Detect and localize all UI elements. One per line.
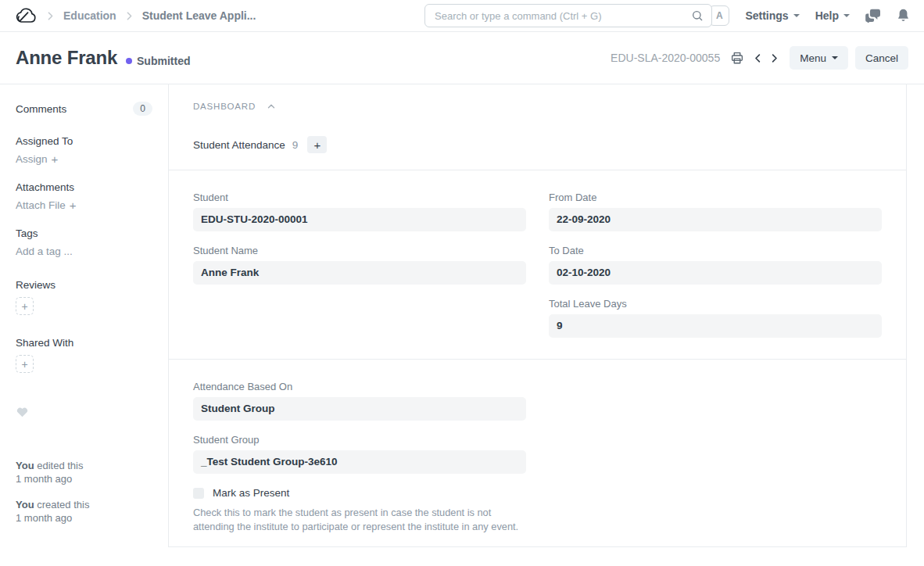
cancel-button-label: Cancel (865, 52, 898, 64)
form-column-left: Student EDU-STU-2020-00001 Student Name … (193, 192, 526, 351)
search-input[interactable] (433, 9, 691, 23)
from-date-field-label: From Date (549, 192, 882, 203)
plus-icon: + (70, 199, 77, 211)
assign-button[interactable]: Assign + (16, 153, 58, 165)
student-group-field-value[interactable]: _Test Student Group-3e610 (193, 450, 526, 474)
mark-as-present-label: Mark as Present (213, 487, 289, 499)
plus-icon: + (313, 139, 321, 151)
status-dot-icon (126, 58, 132, 64)
to-date-field-value[interactable]: 02-10-2020 (549, 261, 882, 285)
attach-file-label: Attach File (16, 199, 66, 211)
student-name-field-value[interactable]: Anne Frank (193, 261, 526, 285)
dashboard-heading: DASHBOARD (193, 102, 256, 111)
mark-as-present-checkbox[interactable] (193, 488, 204, 499)
activity-time: 1 month ago (16, 473, 72, 485)
like-heart-icon[interactable] (16, 406, 152, 420)
menu-button-label: Menu (800, 52, 826, 64)
comments-label: Comments (16, 103, 66, 115)
field-student-group: Student Group _Test Student Group-3e610 (193, 434, 526, 474)
sidebar-section-tags: Tags Add a tag ... (16, 227, 152, 257)
add-tag-input[interactable]: Add a tag ... (16, 245, 73, 257)
cloud-logo-icon (14, 7, 38, 24)
add-student-attendance-button[interactable]: + (307, 136, 327, 153)
field-total-leave-days: Total Leave Days 9 (549, 298, 882, 338)
avatar[interactable]: A (709, 5, 729, 26)
settings-label: Settings (745, 9, 788, 22)
breadcrumb-education[interactable]: Education (59, 9, 121, 22)
attach-file-button[interactable]: Attach File + (16, 199, 77, 211)
chat-icon[interactable] (865, 9, 881, 23)
total-leave-days-field-value[interactable]: 9 (549, 314, 882, 338)
share-button[interactable]: + (16, 355, 34, 373)
dashboard-section: DASHBOARD Student Attendance 9 + (169, 84, 906, 170)
global-search[interactable] (424, 4, 712, 27)
activity-created: You created this 1 month ago (16, 498, 152, 525)
help-label: Help (815, 9, 839, 22)
form-column-right: From Date 22-09-2020 To Date 02-10-2020 … (549, 192, 882, 351)
field-from-date: From Date 22-09-2020 (549, 192, 882, 231)
settings-menu[interactable]: Settings (745, 9, 799, 22)
next-document-icon[interactable] (766, 51, 783, 66)
field-attendance-based-on: Attendance Based On Student Group (193, 381, 526, 421)
student-group-field-label: Student Group (193, 434, 526, 446)
activity-time: 1 month ago (16, 512, 72, 524)
breadcrumb: Education Student Leave Appli... (14, 7, 260, 24)
sidebar-section-assigned-to: Assigned To Assign + (16, 135, 152, 165)
form-column-right (549, 381, 882, 534)
navbar: Education Student Leave Appli... A Setti… (0, 0, 924, 32)
activity-log: You edited this 1 month ago You created … (16, 459, 152, 525)
chevron-right-icon (123, 9, 136, 23)
page-head: Anne Frank Submitted EDU-SLA-2020-00055 … (0, 32, 924, 84)
student-field-label: Student (193, 192, 526, 203)
form-section-leave-details: Student EDU-STU-2020-00001 Student Name … (169, 170, 906, 360)
cancel-button[interactable]: Cancel (855, 46, 908, 70)
page-title: Anne Frank (16, 47, 117, 69)
assign-label: Assign (16, 153, 48, 165)
form-body: DASHBOARD Student Attendance 9 + Student… (168, 84, 907, 547)
activity-action: created this (37, 499, 89, 510)
status-badge: Submitted (126, 55, 190, 67)
plus-icon: + (52, 153, 59, 165)
app-logo[interactable] (14, 7, 38, 24)
navbar-right: A Settings Help (709, 5, 910, 26)
assigned-to-heading: Assigned To (16, 135, 152, 147)
field-student: Student EDU-STU-2020-00001 (193, 192, 526, 231)
sidebar-section-shared-with: Shared With + (16, 337, 152, 373)
plus-icon: + (21, 358, 27, 371)
add-review-button[interactable]: + (16, 297, 34, 315)
activity-edited: You edited this 1 month ago (16, 459, 152, 485)
student-field-value[interactable]: EDU-STU-2020-00001 (193, 208, 526, 231)
field-student-name: Student Name Anne Frank (193, 245, 526, 285)
to-date-field-label: To Date (549, 245, 882, 256)
attendance-based-on-field-value[interactable]: Student Group (193, 397, 526, 421)
sidebar-item-comments[interactable]: Comments 0 (16, 102, 152, 116)
field-to-date: To Date 02-10-2020 (549, 245, 882, 285)
status-label: Submitted (137, 55, 190, 67)
print-icon[interactable] (728, 49, 747, 66)
activity-actor: You (16, 499, 34, 510)
notifications-bell-icon[interactable] (897, 9, 910, 23)
document-id: EDU-SLA-2020-00055 (611, 52, 720, 64)
total-leave-days-field-label: Total Leave Days (549, 298, 882, 310)
chevron-up-icon (266, 101, 277, 112)
form-column-left: Attendance Based On Student Group Studen… (193, 381, 526, 534)
sidebar-section-reviews: Reviews + (16, 279, 152, 315)
sidebar-section-attachments: Attachments Attach File + (16, 181, 152, 211)
comments-count-badge: 0 (133, 102, 152, 116)
form-section-attendance: Attendance Based On Student Group Studen… (169, 360, 906, 534)
attachments-heading: Attachments (16, 181, 152, 193)
activity-action: edited this (37, 460, 83, 471)
student-attendance-count: 9 (292, 139, 299, 151)
from-date-field-value[interactable]: 22-09-2020 (549, 208, 882, 231)
plus-icon: + (21, 300, 27, 313)
student-attendance-link[interactable]: Student Attendance (193, 139, 285, 151)
breadcrumb-student-leave-application[interactable]: Student Leave Appli... (138, 9, 261, 22)
menu-button[interactable]: Menu (790, 46, 848, 70)
previous-document-icon[interactable] (750, 51, 766, 66)
chevron-down-icon (832, 56, 838, 59)
student-name-field-label: Student Name (193, 245, 526, 256)
dashboard-collapse-toggle[interactable]: DASHBOARD (193, 101, 882, 112)
help-menu[interactable]: Help (815, 9, 850, 22)
activity-actor: You (16, 460, 34, 471)
attendance-based-on-field-label: Attendance Based On (193, 381, 526, 392)
